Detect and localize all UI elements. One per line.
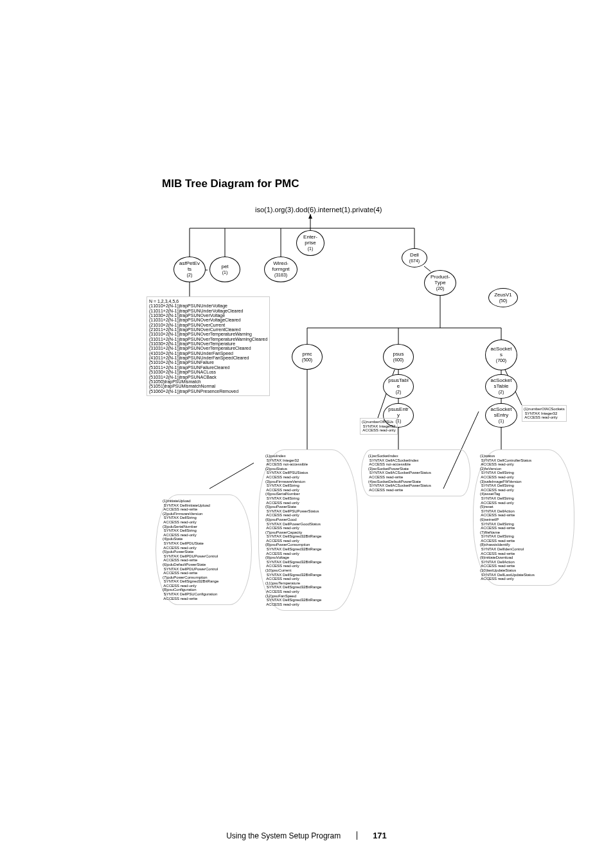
svg-line-9	[424, 266, 431, 271]
node-psus: psus (600)	[383, 344, 414, 370]
node-enterprise: Enter-prise (1)	[296, 230, 324, 256]
node-acsockets: acSockets (700)	[485, 339, 517, 370]
node-pet: pet (1)	[209, 257, 240, 282]
node-dell: Dell (674)	[402, 248, 427, 267]
node-pmc: pmc (500)	[292, 344, 323, 370]
node-acsocketsentry: acSocketsEntry (1)	[485, 403, 517, 428]
leafbox-acsockets: (1)acSocketIndex SYNTAX DellACSocketInde…	[361, 449, 470, 496]
node-producttype: Product-Type (20)	[424, 270, 456, 296]
node-wiredformgnt: Wired-formgnt (3183)	[264, 257, 298, 282]
page-footer: Using the System Setup Program 171	[0, 829, 613, 841]
svg-marker-26	[308, 214, 312, 219]
footer-page-number: 171	[373, 831, 387, 840]
leafbox-status: (1)status SYNTAX DellControllerStatus AC…	[473, 449, 574, 586]
footer-section-name: Using the System Setup Program	[226, 831, 341, 840]
note-numberofpsus: (1)numberOfPSUs SYNTAX Integer32 ACCESS …	[360, 418, 398, 435]
node-asfpetevts: asfPetEvts (2)	[173, 257, 206, 282]
tree-connectors	[0, 0, 613, 868]
svg-line-24	[209, 463, 254, 489]
node-acsocketstable: acSocketsTable (2)	[485, 374, 517, 399]
node-zeusv1: ZeusV1 (50)	[488, 288, 518, 307]
leafbox-pmc: (1)initiateUpload SYNTAX DellInitiateUpl…	[155, 494, 252, 605]
note-numberofacsockets: (1)numberOfACSockets SYNTAX Integer32 AC…	[522, 405, 567, 422]
footer-divider	[357, 831, 357, 840]
leafbox-psus: (1)psuIndex SYNTAX Integer32 ACCESS not-…	[258, 449, 358, 611]
node-psustable: psusTable (2)	[383, 374, 414, 399]
trap-list: N = 1,2,3,4,5,6(11010+2(N-1))trapPSUNUnd…	[147, 296, 270, 396]
